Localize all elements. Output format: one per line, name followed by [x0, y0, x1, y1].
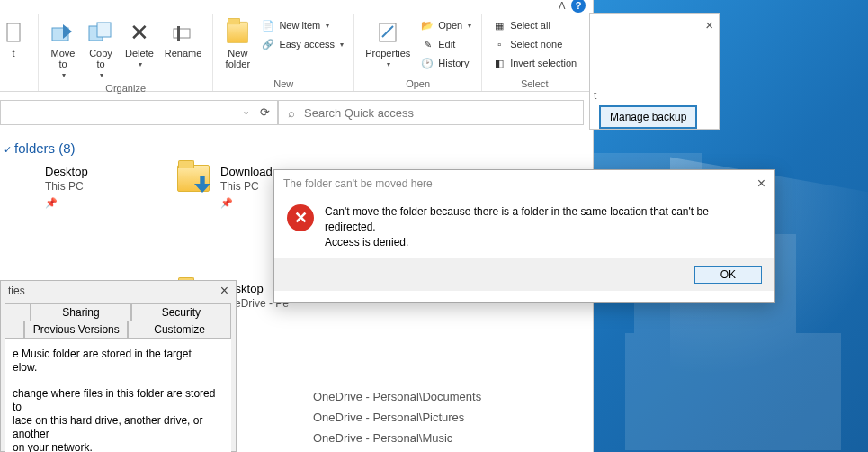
- close-icon[interactable]: ×: [757, 176, 765, 192]
- chevron-down-icon: ▾: [139, 60, 142, 68]
- ribbon: t Move to ▾ Copy to ▾ ✕ Delete: [0, 14, 593, 92]
- refresh-icon[interactable]: ⟳: [260, 105, 270, 119]
- address-bar[interactable]: ⌄ ⟳: [0, 100, 278, 125]
- tab-previous-versions[interactable]: Previous Versions: [24, 321, 128, 339]
- svg-rect-0: [7, 23, 20, 41]
- pin-icon: 📌: [220, 195, 278, 210]
- onedrive-paths: OneDrive - Personal\Documents OneDrive -…: [270, 386, 594, 448]
- search-input[interactable]: ⌕ Search Quick access: [278, 100, 584, 125]
- path-item: OneDrive - Personal\Pictures: [270, 407, 594, 428]
- search-icon: ⌕: [288, 106, 295, 120]
- properties-button[interactable]: Properties ▾: [361, 16, 415, 71]
- edit-button[interactable]: ✎Edit: [416, 35, 475, 53]
- tab-security[interactable]: Security: [131, 303, 231, 321]
- select-none-button[interactable]: ▫Select none: [488, 35, 580, 53]
- copy-to-button[interactable]: Copy to ▾: [83, 16, 119, 82]
- properties-text-2: change where files in this folder are st…: [13, 387, 224, 452]
- folder-item-desktop[interactable]: Desktop This PC 📌: [2, 165, 155, 210]
- open-button[interactable]: 📂Open▾: [416, 16, 475, 34]
- manage-backup-button[interactable]: Manage backup: [599, 105, 697, 129]
- error-title: The folder can't be moved here: [283, 177, 433, 190]
- download-icon: [194, 176, 210, 193]
- path-item: OneDrive - Personal\Documents: [270, 386, 594, 407]
- move-to-button[interactable]: Move to ▾: [45, 16, 81, 82]
- collapse-ribbon-icon[interactable]: ᐱ: [559, 0, 566, 12]
- backup-panel: × t Manage backup: [589, 13, 720, 130]
- help-icon[interactable]: ?: [571, 0, 586, 13]
- section-heading: ✓ folders (8): [0, 133, 593, 165]
- svg-rect-5: [177, 26, 180, 41]
- pin-icon: 📌: [45, 195, 88, 210]
- easy-access-button[interactable]: 🔗Easy access▾: [257, 35, 347, 53]
- new-folder-button[interactable]: New folder: [219, 16, 255, 72]
- ribbon-group-label: New: [219, 77, 347, 89]
- tab-sharing[interactable]: Sharing: [31, 303, 130, 321]
- chevron-down-icon: ▾: [100, 71, 103, 79]
- history-button[interactable]: 🕑History: [416, 54, 475, 72]
- properties-title: ties: [8, 285, 25, 299]
- select-all-button[interactable]: ▦Select all: [488, 16, 580, 34]
- ribbon-group-label: Select: [488, 77, 580, 89]
- delete-button[interactable]: ✕ Delete ▾: [121, 16, 158, 71]
- properties-dialog: ties × Sharing Security Previous Version…: [0, 280, 237, 452]
- ribbon-group-label: Open: [361, 77, 475, 89]
- tab-customize[interactable]: Customize: [128, 321, 231, 339]
- properties-text-1: e Music folder are stored in the target …: [13, 348, 224, 375]
- rename-button[interactable]: Rename: [160, 16, 207, 61]
- svg-rect-4: [174, 29, 190, 38]
- cut-button[interactable]: t: [0, 16, 31, 61]
- ok-button[interactable]: OK: [694, 266, 762, 284]
- error-icon: ✕: [287, 204, 314, 231]
- chevron-down-icon: ▾: [62, 71, 66, 79]
- close-icon[interactable]: ×: [705, 17, 713, 32]
- ribbon-group-label: Organize: [45, 82, 206, 94]
- search-placeholder: Search Quick access: [304, 106, 414, 120]
- chevron-down-icon[interactable]: ⌄: [242, 105, 250, 117]
- svg-rect-3: [97, 23, 111, 37]
- path-item: OneDrive - Personal\Music: [270, 428, 594, 448]
- invert-selection-button[interactable]: ◧Invert selection: [488, 54, 580, 72]
- properties-tabs: Sharing Security Previous Versions Custo…: [5, 304, 231, 339]
- close-icon[interactable]: ×: [220, 283, 228, 299]
- error-message: Can't move the folder because there is a…: [325, 204, 760, 250]
- new-item-button[interactable]: 📄New item▾: [257, 16, 347, 34]
- error-dialog: The folder can't be moved here × ✕ Can't…: [273, 169, 775, 303]
